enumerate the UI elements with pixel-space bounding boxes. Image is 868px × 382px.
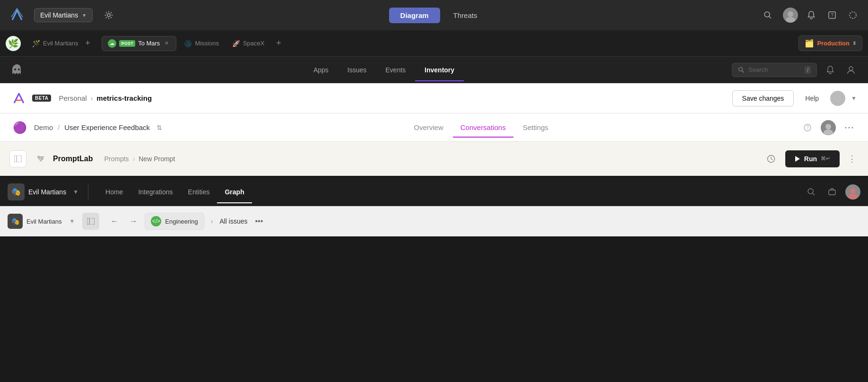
search-shortcut: / — [805, 66, 811, 74]
tab-row-right: ? — [800, 120, 857, 135]
svg-rect-32 — [87, 218, 95, 225]
second-nav: Apps Issues Events Inventory Search / — [0, 57, 868, 83]
tab-bar-right: 🗂️ Production ⇕ — [799, 35, 862, 51]
nav-link-events[interactable]: Events — [376, 59, 415, 81]
demo-icon: 🟣 — [11, 119, 28, 136]
nav-link-inventory[interactable]: Inventory — [415, 59, 464, 81]
bottom-nav-graph[interactable]: Graph — [217, 181, 252, 203]
run-label: Run — [804, 155, 817, 163]
bottom-workspace-chevron[interactable]: ▼ — [73, 189, 78, 195]
workspace-selector[interactable]: Evil Martians ▼ — [34, 8, 93, 22]
overview-tab[interactable]: Overview — [406, 118, 451, 137]
workspace-name: Evil Martians — [40, 11, 78, 19]
menu-icon[interactable] — [842, 120, 857, 135]
prompts-label: Prompts — [104, 155, 129, 163]
user-menu-chevron[interactable]: ▼ — [851, 95, 857, 102]
user-avatar-tab[interactable] — [821, 120, 836, 135]
nav-link-issues[interactable]: Issues — [338, 59, 376, 81]
subproject-label: User Experience Feedback — [64, 123, 150, 131]
bell-icon-second[interactable] — [823, 62, 838, 78]
post-to-mars-tab[interactable]: ☁ POST To Mars ✕ — [102, 36, 176, 51]
app-logo[interactable] — [8, 6, 26, 25]
diagram-tab[interactable]: Diagram — [389, 8, 440, 23]
brand-logo — [11, 91, 26, 106]
beta-badge: BETA — [32, 95, 51, 102]
expand-icon[interactable]: ⇅ — [156, 124, 162, 131]
svg-point-11 — [835, 95, 841, 100]
user-icon-second[interactable] — [843, 62, 859, 78]
svg-point-25 — [38, 156, 40, 158]
search-bar[interactable]: Search / — [732, 63, 817, 77]
tab-breadcrumb-sep-icon: / — [58, 123, 60, 131]
svg-point-15 — [825, 124, 831, 130]
sidebar-toggle-button[interactable] — [9, 150, 26, 167]
more-options-button[interactable]: ⋮ — [845, 152, 859, 165]
back-button[interactable]: ← — [107, 214, 122, 229]
bottom-nav-integrations[interactable]: Integrations — [130, 181, 180, 203]
production-chevron-icon: ⇕ — [852, 41, 856, 46]
bottom-nav-links: Home Integrations Entities Graph — [88, 181, 252, 203]
threats-tab[interactable]: Threats — [442, 8, 489, 23]
top-nav: Evil Martians ▼ Diagram Threats — [0, 0, 868, 30]
save-changes-button[interactable]: Save changes — [732, 90, 794, 106]
workspace-tab[interactable]: 🪄 Evil Martians + — [26, 34, 100, 53]
missions-tab[interactable]: 🌑 Missions — [178, 37, 225, 50]
add-tab-button[interactable]: + — [272, 37, 286, 50]
spacex-tab[interactable]: 🚀 SpaceX — [226, 37, 270, 50]
run-shortcut: ⌘↵ — [821, 156, 830, 162]
engineering-badge[interactable]: </> Engineering — [145, 213, 204, 230]
help-button[interactable]: Help — [799, 91, 825, 106]
run-button[interactable]: Run ⌘↵ — [785, 150, 840, 167]
notifications-icon[interactable] — [804, 8, 819, 23]
new-prompt-label: New Prompt — [139, 155, 175, 163]
filter-icon[interactable] — [32, 150, 49, 167]
breadcrumb-sep-icon: › — [91, 95, 93, 102]
conversations-tab[interactable]: Conversations — [453, 118, 513, 137]
user-avatar-breadcrumb[interactable] — [830, 91, 845, 106]
prompts-breadcrumb: Prompts › New Prompt — [104, 155, 175, 163]
svg-point-18 — [849, 127, 850, 128]
settings-tab[interactable]: Settings — [515, 118, 556, 137]
engineering-label: Engineering — [165, 218, 198, 225]
svg-point-8 — [18, 69, 20, 70]
issues-more-button[interactable]: ••• — [255, 217, 263, 226]
production-badge[interactable]: 🗂️ Production ⇕ — [799, 35, 862, 51]
bottom-bar2-logo: 🎭 — [8, 214, 23, 229]
bottom-nav-entities[interactable]: Entities — [181, 181, 217, 203]
bottom-logo: 🎭 — [8, 183, 25, 200]
forward-button[interactable]: → — [126, 214, 141, 229]
tab-breadcrumb: Demo / User Experience Feedback ⇅ — [34, 123, 162, 131]
bottom-workspace: Evil Martians — [28, 188, 66, 196]
svg-point-16 — [824, 130, 833, 135]
svg-point-31 — [848, 194, 858, 200]
bottom-nav-home[interactable]: Home — [98, 181, 130, 203]
svg-point-17 — [845, 127, 847, 128]
tab-label-missions: Missions — [195, 40, 219, 47]
bottom-bar2-layout-toggle[interactable] — [82, 213, 99, 230]
chat-icon[interactable] — [845, 8, 860, 23]
top-nav-tabs: Diagram Threats — [125, 8, 753, 23]
workspace-tab-add[interactable]: + — [81, 37, 94, 50]
bottom-user-avatar[interactable] — [845, 184, 860, 200]
demo-label: Demo — [34, 123, 53, 131]
bottom-bar2-chevron[interactable]: ▼ — [69, 218, 75, 225]
help-circle-icon[interactable]: ? — [800, 120, 815, 135]
prompts-sep-icon: › — [133, 155, 135, 163]
svg-point-3 — [786, 17, 795, 23]
search-button[interactable] — [760, 8, 775, 23]
history-icon[interactable] — [763, 150, 780, 167]
breadcrumb: Personal › metrics-tracking — [59, 94, 152, 102]
bottom-share-icon[interactable] — [825, 184, 840, 200]
user-avatar[interactable] — [783, 8, 798, 23]
nav-link-apps[interactable]: Apps — [304, 59, 338, 81]
workspace-tab-label: Evil Martians — [43, 40, 78, 47]
help-icon[interactable]: ? — [825, 8, 840, 23]
settings-button[interactable] — [100, 7, 117, 24]
breadcrumb-personal: Personal — [59, 94, 87, 102]
tab-close-to-mars[interactable]: ✕ — [163, 40, 170, 47]
bottom-search-icon[interactable] — [804, 184, 819, 200]
workspace-chevron-icon: ▼ — [82, 13, 87, 18]
tab-label-to-mars: To Mars — [138, 40, 160, 47]
svg-point-0 — [107, 14, 110, 17]
bottom-bar2: 🎭 Evil Martians ▼ ← → </> Engineering › … — [0, 206, 868, 236]
